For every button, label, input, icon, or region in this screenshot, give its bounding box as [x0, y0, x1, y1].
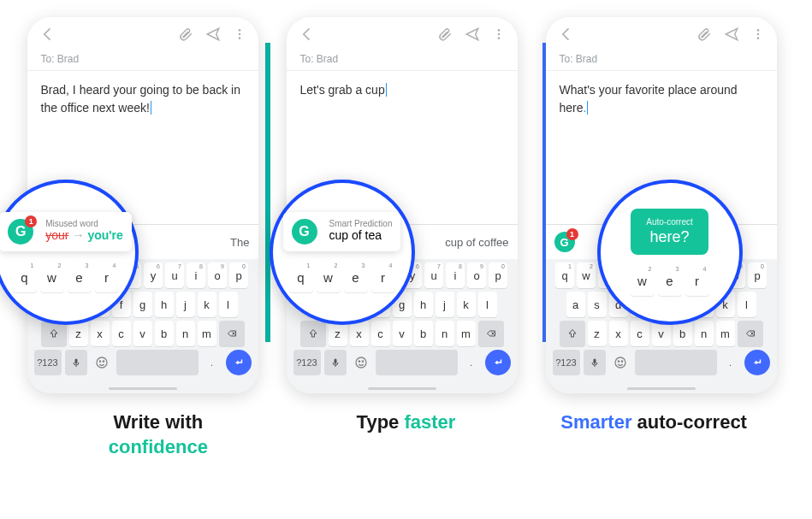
enter-key[interactable] — [226, 350, 252, 375]
key-v[interactable]: v — [133, 321, 152, 346]
key-x[interactable]: x — [350, 321, 369, 346]
key-e[interactable]: e3 — [344, 262, 368, 292]
to-field[interactable]: To: Brad — [27, 48, 258, 71]
space-key[interactable] — [116, 350, 199, 375]
period-key[interactable]: . — [720, 350, 741, 375]
suggestion-right[interactable]: cup of coffee — [438, 236, 508, 249]
back-arrow-icon[interactable] — [39, 26, 56, 43]
autocorrect-card[interactable]: Auto-correct here? — [631, 209, 708, 255]
key-m[interactable]: m — [457, 321, 476, 346]
key-m[interactable]: m — [716, 321, 735, 346]
key-h[interactable]: h — [155, 292, 174, 317]
prediction-card[interactable]: G Smart Prediction cup of tea — [283, 212, 401, 251]
key-w[interactable]: w2 — [577, 262, 596, 288]
key-r[interactable]: r4 — [95, 262, 119, 292]
key-q[interactable]: q1 — [289, 262, 313, 292]
key-q[interactable]: q1 — [555, 262, 574, 288]
symbols-key[interactable]: ?123 — [553, 350, 580, 375]
key-w[interactable]: w2 — [40, 262, 64, 292]
send-icon[interactable] — [205, 27, 221, 42]
key-p[interactable]: p0 — [748, 262, 767, 288]
back-arrow-icon[interactable] — [558, 26, 575, 43]
key-c[interactable]: c — [371, 321, 390, 346]
key-b[interactable]: b — [414, 321, 433, 346]
emoji-key[interactable] — [91, 350, 113, 375]
to-field[interactable]: To: Brad — [287, 48, 518, 71]
mic-key[interactable] — [324, 350, 347, 375]
key-o[interactable]: o9 — [467, 262, 486, 288]
key-z[interactable]: z — [588, 321, 607, 346]
key-e[interactable]: e3 — [68, 262, 92, 292]
key-e[interactable]: e3 — [658, 265, 682, 296]
key-o[interactable]: o9 — [208, 262, 227, 288]
key-r[interactable]: r4 — [685, 265, 709, 296]
mic-key[interactable] — [584, 350, 606, 375]
backspace-key[interactable] — [219, 321, 245, 346]
key-n[interactable]: n — [436, 321, 454, 346]
key-j[interactable]: j — [176, 292, 195, 317]
key-l[interactable]: l — [738, 292, 756, 317]
enter-key[interactable] — [485, 350, 511, 375]
key-w[interactable]: w2 — [631, 265, 655, 296]
send-icon[interactable] — [724, 27, 739, 42]
message-body[interactable]: Let's grab a cup — [287, 71, 518, 156]
space-key[interactable] — [635, 350, 717, 375]
message-body[interactable]: What's your favorite place around here. — [546, 71, 777, 156]
key-n[interactable]: n — [695, 321, 714, 346]
symbols-key[interactable]: ?123 — [34, 350, 62, 375]
grammarly-badge-icon[interactable]: G1 — [554, 232, 575, 252]
more-icon[interactable] — [751, 27, 765, 41]
key-h[interactable]: h — [414, 292, 433, 317]
key-p[interactable]: p0 — [229, 262, 248, 288]
back-arrow-icon[interactable] — [299, 26, 316, 43]
key-u[interactable]: u7 — [165, 262, 184, 288]
key-l[interactable]: l — [478, 292, 497, 317]
key-i[interactable]: i8 — [446, 262, 465, 288]
enter-key[interactable] — [744, 350, 770, 375]
more-icon[interactable] — [233, 27, 246, 41]
backspace-key[interactable] — [738, 321, 763, 346]
key-c[interactable]: c — [112, 321, 131, 346]
key-l[interactable]: l — [219, 292, 238, 317]
symbols-key[interactable]: ?123 — [293, 350, 321, 375]
key-s[interactable]: s — [588, 292, 607, 317]
shift-key[interactable] — [560, 321, 585, 346]
key-w[interactable]: w2 — [317, 262, 341, 292]
space-key[interactable] — [376, 350, 458, 375]
key-a[interactable]: a — [566, 292, 585, 317]
period-key[interactable]: . — [461, 350, 482, 375]
key-k[interactable]: k — [457, 292, 476, 317]
key-u[interactable]: u7 — [424, 262, 443, 288]
key-k[interactable]: k — [198, 292, 216, 317]
key-c[interactable]: c — [631, 321, 649, 346]
suggestion-right[interactable]: The — [223, 236, 249, 249]
key-x[interactable]: x — [91, 321, 110, 346]
key-g[interactable]: g — [133, 292, 152, 317]
key-n[interactable]: n — [176, 321, 195, 346]
tagline-2: Type faster — [286, 410, 525, 459]
attachment-icon[interactable] — [437, 27, 453, 42]
to-field[interactable]: To: Brad — [546, 48, 777, 71]
key-b[interactable]: b — [155, 321, 174, 346]
attachment-icon[interactable] — [178, 27, 193, 42]
shift-key[interactable] — [300, 321, 326, 346]
message-body[interactable]: Brad, I heard your going to be back in t… — [27, 71, 258, 156]
more-icon[interactable] — [492, 27, 506, 41]
mic-key[interactable] — [65, 350, 87, 375]
attachment-icon[interactable] — [696, 27, 712, 42]
key-p[interactable]: p0 — [489, 262, 507, 288]
key-i[interactable]: i8 — [187, 262, 205, 288]
key-q[interactable]: q1 — [13, 262, 37, 292]
correction-card[interactable]: G1 Misused word your → you're — [0, 212, 132, 251]
emoji-key[interactable] — [350, 350, 372, 375]
send-icon[interactable] — [465, 27, 480, 42]
emoji-key[interactable] — [609, 350, 631, 375]
backspace-key[interactable] — [478, 321, 504, 346]
key-m[interactable]: m — [198, 321, 216, 346]
key-x[interactable]: x — [609, 321, 628, 346]
key-r[interactable]: r4 — [371, 262, 395, 292]
key-y[interactable]: y6 — [144, 262, 163, 288]
period-key[interactable]: . — [202, 350, 222, 375]
key-j[interactable]: j — [436, 292, 454, 317]
key-v[interactable]: v — [393, 321, 412, 346]
